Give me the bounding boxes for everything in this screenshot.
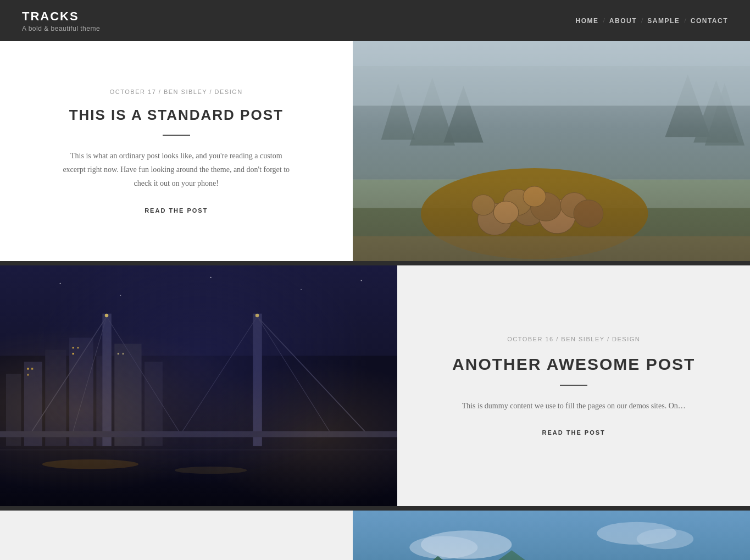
svg-line-54 [107, 317, 181, 434]
svg-point-16 [530, 192, 561, 221]
nav-sep-3: / [684, 16, 686, 25]
svg-rect-32 [24, 362, 42, 446]
svg-point-65 [636, 529, 693, 550]
post-text-1: OCTOBER 17 / BEN SIBLEY / DESIGN THIS IS… [0, 41, 353, 261]
svg-point-12 [477, 203, 512, 235]
svg-point-59 [105, 314, 109, 318]
title-divider-1 [163, 135, 190, 136]
nav-sample[interactable]: SAMPLE [647, 17, 680, 25]
post-excerpt-1: This is what an ordinary post looks like… [61, 149, 292, 191]
post-text-2: OCTOBER 16 / BEN SIBLEY / DESIGN ANOTHER… [397, 265, 750, 506]
svg-rect-40 [27, 374, 29, 375]
title-divider-2 [560, 385, 587, 386]
svg-rect-23 [353, 41, 750, 106]
svg-rect-10 [353, 208, 750, 261]
nav-contact[interactable]: CONTACT [691, 17, 728, 25]
svg-point-21 [523, 186, 546, 207]
svg-rect-22 [353, 236, 750, 261]
svg-rect-33 [45, 350, 66, 446]
svg-rect-61 [353, 511, 750, 560]
read-more-2[interactable]: READ THE POST [542, 429, 605, 436]
svg-point-18 [560, 192, 588, 217]
svg-rect-37 [145, 362, 163, 446]
svg-point-28 [301, 289, 302, 290]
post-title-2: ANOTHER AWESOME POST [452, 353, 695, 375]
svg-point-64 [597, 522, 676, 545]
post-meta-1: OCTOBER 17 / BEN SIBLEY / DESIGN [110, 88, 243, 95]
site-header: TRACKS A bold & beautiful theme HOME / A… [0, 0, 750, 41]
svg-line-52 [30, 317, 107, 434]
svg-rect-50 [102, 314, 111, 446]
nav-about[interactable]: ABOUT [609, 17, 637, 25]
post-separator-2 [0, 506, 750, 511]
svg-point-20 [574, 200, 603, 228]
post-text-3: OCTOBER 15 / BEN SIBLEY / DESIGN A TOTAL… [0, 511, 353, 560]
svg-rect-31 [6, 374, 21, 446]
svg-marker-67 [409, 551, 614, 560]
post-title-1: THIS IS A STANDARD POST [69, 106, 284, 125]
post-excerpt-2: This is dummy content we use to fill the… [462, 399, 686, 413]
svg-rect-46 [0, 446, 397, 507]
svg-marker-66 [353, 556, 523, 560]
post-separator-1 [0, 261, 750, 265]
svg-point-27 [210, 277, 212, 278]
svg-rect-44 [118, 353, 119, 354]
svg-point-15 [503, 189, 531, 215]
svg-rect-42 [77, 347, 79, 348]
svg-rect-58 [0, 431, 397, 437]
site-title: TRACKS [22, 9, 100, 24]
svg-line-56 [257, 317, 331, 434]
svg-point-29 [361, 280, 362, 281]
svg-point-13 [513, 196, 545, 226]
svg-point-14 [539, 199, 575, 234]
svg-rect-9 [353, 180, 750, 261]
nav-home[interactable]: HOME [576, 17, 599, 25]
svg-point-17 [493, 201, 518, 224]
svg-rect-39 [31, 368, 33, 369]
svg-point-11 [421, 168, 648, 259]
main-nav: HOME / ABOUT / SAMPLE / CONTACT [576, 16, 729, 25]
svg-rect-43 [73, 353, 74, 354]
svg-line-53 [73, 317, 107, 434]
post-card-1: OCTOBER 17 / BEN SIBLEY / DESIGN THIS IS… [0, 41, 750, 261]
svg-line-55 [181, 317, 257, 434]
svg-rect-34 [69, 338, 93, 446]
svg-point-63 [409, 536, 477, 559]
svg-rect-38 [27, 368, 29, 369]
svg-point-62 [421, 531, 512, 559]
post-image-2 [0, 265, 397, 506]
svg-point-48 [42, 459, 138, 469]
svg-rect-47 [0, 449, 397, 450]
nav-sep-1: / [603, 16, 605, 25]
svg-point-49 [175, 467, 247, 474]
svg-line-57 [257, 317, 368, 434]
svg-rect-45 [123, 353, 124, 354]
svg-rect-24 [0, 265, 397, 506]
svg-point-26 [120, 295, 121, 296]
post-image-3 [353, 511, 750, 560]
nav-sep-2: / [641, 16, 643, 25]
post-meta-2: OCTOBER 16 / BEN SIBLEY / DESIGN [507, 336, 640, 342]
svg-point-25 [60, 283, 61, 284]
svg-rect-30 [0, 356, 397, 446]
post-card-2: OCTOBER 16 / BEN SIBLEY / DESIGN ANOTHER… [0, 265, 750, 506]
site-tagline: A bold & beautiful theme [22, 25, 100, 32]
svg-point-19 [472, 195, 495, 215]
svg-rect-41 [73, 347, 74, 348]
svg-point-60 [255, 314, 259, 318]
post-image-1 [353, 41, 750, 261]
svg-rect-51 [253, 314, 262, 446]
svg-rect-35 [96, 356, 111, 446]
site-branding: TRACKS A bold & beautiful theme [22, 9, 100, 32]
svg-rect-36 [114, 343, 141, 446]
read-more-1[interactable]: READ THE POST [145, 207, 208, 214]
posts-container: OCTOBER 17 / BEN SIBLEY / DESIGN THIS IS… [0, 41, 750, 560]
post-card-3: OCTOBER 15 / BEN SIBLEY / DESIGN A TOTAL… [0, 511, 750, 560]
